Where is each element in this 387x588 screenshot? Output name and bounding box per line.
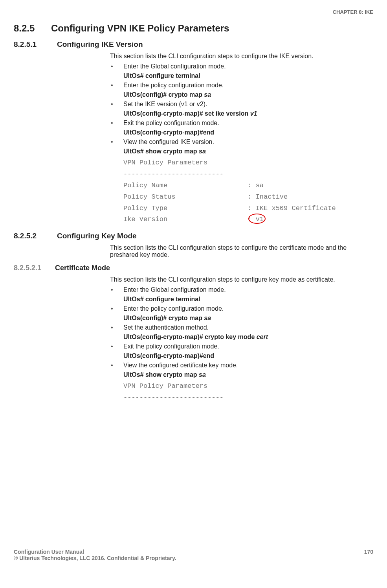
cli-output: VPN Policy Parameters ------------------… <box>123 381 372 404</box>
cli-command: UltOs# show crypto map sa <box>123 371 372 378</box>
page-footer: Configuration User Manual 170 © Ulterius… <box>14 547 373 561</box>
list-item: Enter the Global configuration mode. <box>110 286 372 293</box>
heading-text: Configuring Key Mode <box>57 232 137 240</box>
heading-text: Certificate Mode <box>55 264 110 272</box>
list-item: Exit the policy configuration mode. <box>110 343 372 350</box>
list-item: Enter the policy configuration mode. <box>110 305 372 312</box>
list-item: Set the IKE version (v1 or v2). <box>110 101 372 108</box>
cli-command: UltOs# configure terminal <box>123 296 372 303</box>
cli-output: VPN Policy Parameters ------------------… <box>123 157 372 225</box>
footer-rule <box>14 547 373 547</box>
cli-command: UltOs(config-crypto-map)# set ike versio… <box>123 110 372 117</box>
heading-8-2-5-2: 8.2.5.2Configuring Key Mode <box>14 232 373 240</box>
intro-paragraph: This section lists the CLI configuration… <box>110 53 372 60</box>
heading-text: Configuring IKE Version <box>57 40 143 48</box>
footer-page-number: 170 <box>364 549 373 555</box>
list-item: Set the authentication method. <box>110 324 372 331</box>
intro-paragraph: This section lists the CLI configuration… <box>110 244 372 258</box>
cli-command: UltOs# show crypto map sa <box>123 148 372 155</box>
document-page: CHAPTER 8: IKE 8.2.5Configuring VPN IKE … <box>0 0 387 568</box>
section-body-8-2-5-2: This section lists the CLI configuration… <box>110 244 372 258</box>
heading-number: 8.2.5.2 <box>14 232 57 240</box>
list-item: View the configured IKE version. <box>110 138 372 146</box>
cli-command: UltOs(config)# crypto map sa <box>123 91 372 98</box>
list-item: Enter the policy configuration mode. <box>110 82 372 89</box>
cli-command: UltOs# configure terminal <box>123 72 372 79</box>
header-rule <box>14 8 373 8</box>
heading-number: 8.2.5 <box>14 23 51 34</box>
footer-copyright: © Ulterius Technologies, LLC 2016. Confi… <box>14 555 176 561</box>
list-item: Enter the Global configuration mode. <box>110 63 372 70</box>
chapter-header: CHAPTER 8: IKE <box>14 9 373 15</box>
section-body-8-2-5-2-1: This section lists the CLI configuration… <box>110 276 372 404</box>
heading-number: 8.2.5.2.1 <box>14 264 55 272</box>
list-item: View the configured certificate key mode… <box>110 362 372 369</box>
cli-command: UltOs(config-crypto-map)#end <box>123 352 372 359</box>
list-item: Exit the policy configuration mode. <box>110 120 372 127</box>
heading-8-2-5-2-1: 8.2.5.2.1Certificate Mode <box>14 264 373 272</box>
footer-doc-title: Configuration User Manual <box>14 549 84 555</box>
cli-command: UltOs(config-crypto-map)#end <box>123 129 372 136</box>
heading-number: 8.2.5.1 <box>14 40 57 49</box>
section-body-8-2-5-1: This section lists the CLI configuration… <box>110 53 372 227</box>
heading-8-2-5-1: 8.2.5.1Configuring IKE Version <box>14 40 373 49</box>
intro-paragraph: This section lists the CLI configuration… <box>110 276 372 283</box>
heading-text: Configuring VPN IKE Policy Parameters <box>51 23 229 33</box>
heading-8-2-5: 8.2.5Configuring VPN IKE Policy Paramete… <box>14 23 373 34</box>
cli-command: UltOs(config-crypto-map)# crypto key mod… <box>123 334 372 341</box>
cli-command: UltOs(config)# crypto map sa <box>123 315 372 322</box>
